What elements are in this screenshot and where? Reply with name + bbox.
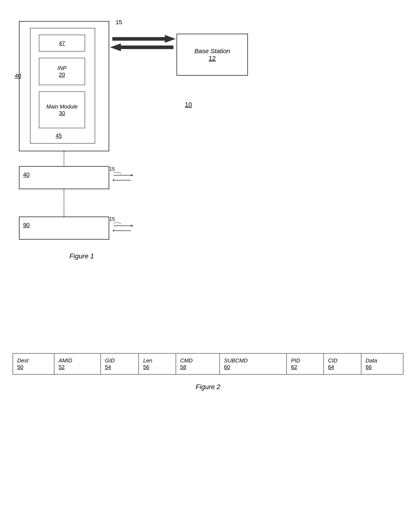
label-15-top: 15 [116, 19, 122, 26]
box-inp: INP 20 [39, 58, 85, 85]
table-cell: PID62 [287, 353, 323, 374]
table-cell: CMD58 [176, 353, 220, 374]
table-row: Dest50AMID52GID54Len56CMD58SUBCMD60PID62… [13, 353, 403, 374]
device-inner-box: 47 INP 20 Main Module 30 45 [30, 28, 95, 143]
inp-text: INP [57, 65, 66, 71]
box-47: 47 [39, 35, 85, 52]
table-cell: CID64 [323, 353, 361, 374]
base-station-num: 12 [209, 55, 215, 62]
box-40-mid [19, 166, 109, 189]
label-40-bot: 90 [23, 222, 30, 229]
table-cell: Dest50 [13, 353, 54, 374]
figure1-area: 40 47 INP 20 Main Module 30 45 15 [13, 13, 403, 328]
svg-marker-9 [113, 230, 114, 232]
label-10: 10 [185, 101, 192, 108]
label-15b: 15 [109, 216, 115, 222]
label-15s: 15 [109, 166, 115, 172]
box-40-bot [19, 217, 109, 240]
table-cell: Len56 [139, 353, 176, 374]
dashed-line-1 [64, 151, 64, 166]
arrow-bot-icon [111, 222, 136, 234]
svg-marker-5 [113, 179, 114, 181]
box-main-module: Main Module 30 [39, 91, 85, 128]
figure2-table: Dest50AMID52GID54Len56CMD58SUBCMD60PID62… [13, 353, 403, 375]
table-cell: AMID52 [54, 353, 101, 374]
label-45: 45 [56, 132, 62, 139]
svg-marker-3 [131, 174, 133, 176]
base-station-box: Base Station 12 [176, 34, 248, 76]
table-cell: Data66 [361, 353, 403, 374]
svg-marker-0 [112, 35, 175, 43]
main-module-num: 30 [59, 110, 65, 116]
svg-marker-1 [110, 44, 173, 51]
figure1-caption: Figure 1 [69, 252, 94, 260]
table-cell: SUBCMD60 [220, 353, 287, 374]
svg-marker-7 [131, 225, 133, 227]
double-arrow-icon [110, 35, 175, 52]
base-station-text: Base Station [194, 47, 230, 55]
dashed-line-2 [64, 189, 64, 217]
main-module-text: Main Module [46, 103, 78, 110]
table-cell: GID54 [101, 353, 139, 374]
inp-num: 20 [59, 71, 65, 78]
figure2-area: Dest50AMID52GID54Len56CMD58SUBCMD60PID62… [13, 353, 403, 391]
arrow-mid-icon [111, 172, 136, 184]
box-47-label: 47 [59, 40, 65, 46]
device-outer-box: 47 INP 20 Main Module 30 45 [19, 21, 109, 151]
label-40-mid: 40 [23, 171, 30, 178]
figure2-caption: Figure 2 [13, 383, 403, 391]
